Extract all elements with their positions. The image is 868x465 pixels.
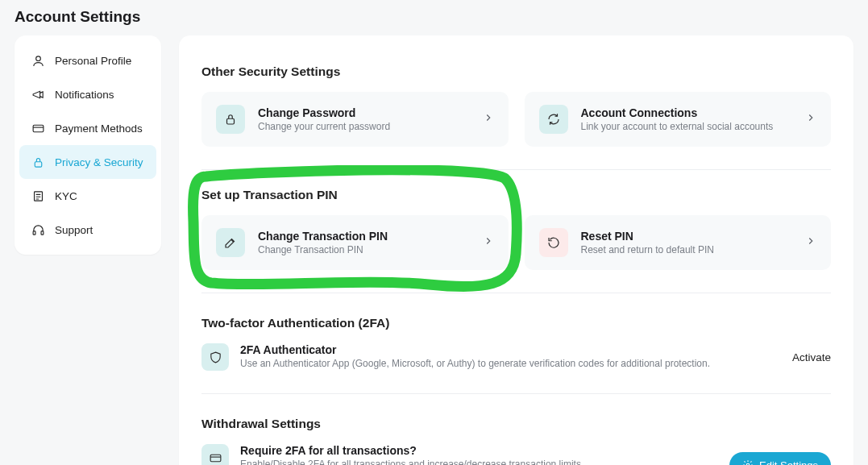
section-title: Other Security Settings bbox=[201, 64, 831, 79]
reset-icon bbox=[539, 228, 568, 257]
svg-rect-6 bbox=[227, 118, 235, 124]
edit-icon bbox=[216, 228, 245, 257]
sidebar-item-label: Payment Methods bbox=[55, 122, 143, 135]
sidebar-item-label: KYC bbox=[55, 190, 77, 202]
svg-point-0 bbox=[35, 56, 40, 60]
chevron-right-icon bbox=[483, 235, 494, 250]
refresh-icon bbox=[539, 105, 568, 134]
sidebar-item-support[interactable]: Support bbox=[19, 213, 156, 247]
card-title: Reset PIN bbox=[581, 230, 793, 243]
row-title: 2FA Authenticator bbox=[240, 343, 781, 356]
document-icon bbox=[31, 189, 45, 203]
sidebar-item-personal-profile[interactable]: Personal Profile bbox=[19, 44, 156, 77]
svg-rect-5 bbox=[41, 230, 44, 234]
row-sub: Use an Authenticator App (Google, Micros… bbox=[240, 358, 781, 369]
card-icon bbox=[31, 121, 45, 135]
section-transaction-pin: Set up Transaction PIN Change Transactio… bbox=[201, 170, 831, 293]
section-2fa: Two-factor Authentication (2FA) 2FA Auth… bbox=[201, 293, 831, 394]
sidebar-item-privacy-security[interactable]: Privacy & Security bbox=[19, 145, 156, 179]
sidebar-item-label: Privacy & Security bbox=[55, 156, 143, 168]
edit-settings-label: Edit Settings bbox=[759, 459, 818, 466]
megaphone-icon bbox=[31, 87, 45, 102]
sidebar-item-notifications[interactable]: Notifications bbox=[19, 77, 156, 111]
svg-rect-1 bbox=[33, 125, 44, 132]
card-change-transaction-pin[interactable]: Change Transaction PIN Change Transactio… bbox=[201, 215, 509, 270]
lock-icon bbox=[216, 105, 245, 134]
section-withdrawal: Withdrawal Settings Require 2FA for all … bbox=[201, 394, 831, 465]
card-change-password[interactable]: Change Password Change your current pass… bbox=[201, 92, 509, 147]
card-reset-pin[interactable]: Reset PIN Reset and return to default PI… bbox=[525, 215, 832, 270]
svg-rect-4 bbox=[33, 230, 35, 234]
sidebar-item-kyc[interactable]: KYC bbox=[19, 179, 156, 213]
section-title: Set up Transaction PIN bbox=[201, 188, 831, 202]
row-title: Require 2FA for all transactions? bbox=[240, 444, 718, 457]
chevron-right-icon bbox=[805, 112, 816, 127]
card-icon bbox=[201, 444, 229, 465]
card-sub: Change your current password bbox=[258, 121, 470, 132]
row-sub: Enable/Disable 2FA for all transactions … bbox=[240, 459, 718, 465]
card-sub: Link your account to external social acc… bbox=[581, 121, 793, 132]
main-panel: Other Security Settings Change Password … bbox=[179, 35, 853, 465]
section-title: Withdrawal Settings bbox=[201, 417, 831, 431]
sidebar: Personal Profile Notifications Payment M… bbox=[15, 35, 161, 255]
sidebar-item-label: Notifications bbox=[55, 89, 114, 101]
section-title: Two-factor Authentication (2FA) bbox=[201, 316, 831, 330]
svg-rect-2 bbox=[35, 161, 42, 166]
card-title: Change Transaction PIN bbox=[258, 230, 470, 243]
gear-icon bbox=[742, 459, 754, 465]
svg-rect-7 bbox=[210, 455, 221, 462]
headphones-icon bbox=[31, 222, 45, 237]
lock-icon bbox=[31, 155, 45, 169]
card-sub: Reset and return to default PIN bbox=[581, 244, 793, 255]
chevron-right-icon bbox=[805, 235, 816, 250]
sidebar-item-label: Support bbox=[55, 224, 93, 236]
sidebar-item-label: Personal Profile bbox=[55, 55, 131, 67]
card-account-connections[interactable]: Account Connections Link your account to… bbox=[525, 92, 832, 147]
card-title: Change Password bbox=[258, 106, 470, 119]
card-title: Account Connections bbox=[581, 106, 793, 119]
card-sub: Change Transaction PIN bbox=[258, 244, 470, 255]
activate-link[interactable]: Activate bbox=[792, 351, 831, 363]
page-title: Account Settings bbox=[15, 8, 853, 26]
user-icon bbox=[31, 53, 45, 68]
section-other-security: Other Security Settings Change Password … bbox=[201, 53, 831, 170]
chevron-right-icon bbox=[483, 112, 494, 127]
sidebar-item-payment-methods[interactable]: Payment Methods bbox=[19, 111, 156, 145]
shield-icon bbox=[201, 343, 229, 371]
edit-settings-button[interactable]: Edit Settings bbox=[729, 452, 831, 466]
